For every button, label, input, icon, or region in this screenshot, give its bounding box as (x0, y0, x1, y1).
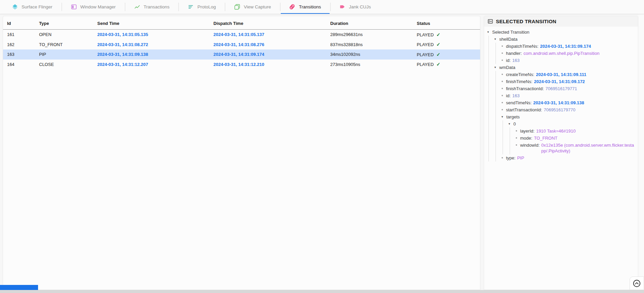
transitions-table-card: IdTypeSend TimeDispatch TimeDurationStat… (3, 16, 480, 290)
bullet-icon (502, 45, 503, 47)
property-key: windowId (520, 142, 540, 148)
layers-icon (12, 4, 18, 10)
tree-node-wmdata[interactable]: ▼ wmData (494, 64, 635, 71)
table-body: 161 OPEN 2024-03-31, 14:31:05.135 2024-0… (3, 30, 480, 69)
tree-property-sendtimens: sendTimeNs 2024-03-31, 14:31:09.138 (501, 99, 635, 106)
property-key: layerId (520, 128, 535, 134)
right-scroll-gutter (638, 14, 644, 290)
cell-type: CLOSE (35, 62, 93, 67)
status-label: PLAYED (417, 42, 434, 47)
tab-transitions[interactable]: Transitions (280, 0, 330, 14)
property-value: TO_FRONT (534, 135, 557, 141)
property-key: id (506, 58, 511, 63)
collapse-arrow-icon[interactable]: ▼ (494, 36, 497, 43)
property-key: handler (506, 50, 522, 56)
property-value[interactable]: 2024-03-31, 14:31:09.174 (540, 43, 591, 49)
property-value: PIP (517, 155, 524, 161)
tree-children: createTimeNs 2024-03-31, 14:31:09.111 fi… (496, 71, 635, 161)
column-header-send-time: Send Time (93, 21, 209, 30)
properties-tree: ▼ Selected Transition ▼ shellData dispat… (484, 27, 638, 165)
cell-dispatch-time-link[interactable]: 2024-03-31, 14:31:09.174 (209, 52, 326, 57)
status-label: PLAYED (417, 32, 434, 37)
property-value: 163 (512, 93, 520, 99)
collapse-arrow-icon[interactable]: ▼ (508, 120, 511, 127)
stacked-frames-icon (234, 4, 240, 10)
tree-property-windowid: windowId 0x12e135e (com.android.server.w… (515, 142, 635, 154)
status-label: PLAYED (417, 62, 434, 67)
transition-row-163[interactable]: 163 PIP 2024-03-31, 14:31:09.138 2024-03… (3, 49, 480, 60)
tab-window-manager[interactable]: Window Manager (62, 0, 125, 14)
column-header-id: Id (3, 21, 35, 30)
property-value: 7069516179770 (544, 107, 575, 113)
tree-children: ▼ 0 layerId 1910 Task=46#1910 mode TO_FR… (503, 120, 635, 154)
cell-dispatch-time-link[interactable]: 2024-03-31, 14:31:08.276 (209, 42, 326, 47)
tab-jank-cujs[interactable]: Jank CUJs (330, 0, 380, 14)
property-value[interactable]: 2024-03-31, 14:31:09.138 (533, 100, 584, 106)
tab-view-capture[interactable]: View Capture (225, 0, 280, 14)
collapse-panel-icon[interactable] (487, 19, 493, 24)
cell-id: 163 (3, 52, 35, 57)
tree-property-id: id 163 (501, 57, 635, 64)
column-header-duration: Duration (326, 21, 413, 30)
cell-send-time-link[interactable]: 2024-03-31, 14:31:08.272 (93, 42, 209, 47)
cell-send-time-link[interactable]: 2024-03-31, 14:31:09.138 (93, 52, 209, 57)
tree-node-targets[interactable]: ▼ targets (501, 113, 635, 120)
tab-surface-flinger[interactable]: Surface Flinger (3, 0, 62, 14)
cell-dispatch-time-link[interactable]: 2024-03-31, 14:31:12.210 (209, 62, 326, 67)
transition-row-164[interactable]: 164 CLOSE 2024-03-31, 14:31:12.207 2024-… (3, 60, 480, 70)
spiral-icon (289, 4, 296, 10)
cell-duration: 273ms10905ns (326, 62, 413, 67)
cell-type: PIP (35, 52, 93, 57)
property-value: 1910 Task=46#1910 (536, 128, 576, 134)
cell-id: 162 (3, 42, 35, 47)
status-label: PLAYED (417, 52, 434, 57)
property-value: com.android.wm.shell.pip.PipTransition (523, 50, 600, 56)
tree-property-layerid: layerId 1910 Task=46#1910 (515, 127, 635, 135)
bullet-icon (502, 102, 503, 103)
tab-transactions[interactable]: Transactions (125, 0, 179, 14)
cell-status: PLAYED✓ (413, 42, 480, 47)
details-panel-header: SELECTED TRANSITION (484, 16, 638, 27)
column-header-type: Type (35, 21, 93, 30)
transition-row-162[interactable]: 162 TO_FRONT 2024-03-31, 14:31:08.272 20… (3, 40, 480, 50)
tree-node-selected-transition[interactable]: ▼ Selected Transition (486, 29, 635, 36)
property-key: type (506, 155, 515, 161)
bullet-icon (502, 95, 503, 96)
cell-type: TO_FRONT (35, 42, 93, 47)
property-value[interactable]: 2024-03-31, 14:31:09.172 (534, 79, 585, 84)
expand-timeline-button[interactable] (632, 279, 641, 288)
check-icon: ✓ (436, 62, 440, 67)
tree-property-finishtransactionid: finishTransactionId 7069516179771 (501, 85, 635, 92)
tree-node-0[interactable]: ▼ 0 (508, 120, 635, 127)
tab-label: Transitions (299, 4, 321, 9)
collapse-arrow-icon[interactable]: ▼ (486, 29, 490, 36)
property-key: startTransactionId (506, 107, 542, 113)
property-key: finishTimeNs (506, 79, 532, 84)
panel-title: SELECTED TRANSITION (496, 19, 556, 24)
bullet-icon (516, 144, 517, 146)
collapse-arrow-icon[interactable]: ▼ (494, 64, 497, 71)
tree-node-shelldata[interactable]: ▼ shellData (494, 36, 635, 43)
cell-duration: 289ms296631ns (326, 32, 413, 37)
bullet-icon (502, 81, 503, 82)
property-value[interactable]: 2024-03-31, 14:31:09.111 (536, 72, 586, 77)
property-value: 0x12e135e (com.android.server.wm.flicker… (541, 142, 635, 154)
bullet-icon (516, 130, 517, 132)
cell-id: 161 (3, 32, 35, 37)
bullet-icon (502, 60, 503, 61)
tab-label: Transactions (144, 4, 170, 9)
cell-send-time-link[interactable]: 2024-03-31, 14:31:05.135 (93, 32, 209, 37)
bullet-icon (516, 137, 517, 139)
cell-send-time-link[interactable]: 2024-03-31, 14:31:12.207 (93, 62, 209, 67)
circle-up-icon (632, 279, 641, 288)
tree-property-createtimens: createTimeNs 2024-03-31, 14:31:09.111 (501, 71, 635, 78)
tab-protolog[interactable]: ProtoLog (178, 0, 225, 14)
tree-children: ▼ shellData dispatchTimeNs 2024-03-31, 1… (488, 36, 635, 161)
column-header-status: Status (413, 21, 480, 30)
transition-row-161[interactable]: 161 OPEN 2024-03-31, 14:31:05.135 2024-0… (3, 30, 480, 40)
collapse-arrow-icon[interactable]: ▼ (501, 113, 504, 120)
property-key: sendTimeNs (506, 100, 532, 106)
cell-dispatch-time-link[interactable]: 2024-03-31, 14:31:05.137 (209, 32, 326, 37)
tab-label: Surface Flinger (22, 4, 53, 9)
property-key: mode (520, 135, 532, 141)
